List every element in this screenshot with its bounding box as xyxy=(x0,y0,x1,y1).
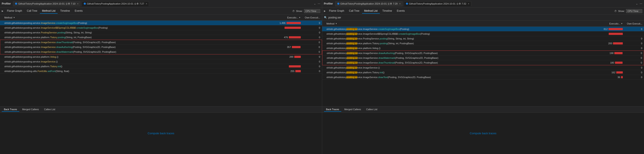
bottom-tab-back-traces[interactable]: Back Traces xyxy=(2,107,19,112)
toolbar-tab-events[interactable]: Events xyxy=(72,9,85,14)
menu-icon[interactable]: ⋯ xyxy=(640,2,642,5)
expand-icon[interactable]: ▶ xyxy=(324,10,326,12)
method-name: olrlobt.githubtistoryposting.service.Ima… xyxy=(4,22,279,24)
own-cell: 0 xyxy=(300,46,320,48)
exec-cell: 289 xyxy=(279,56,301,58)
titlebar-icons: ⌄⋯ xyxy=(636,2,642,5)
titlebar: Profiler🔵GithubTistoryPostingApplication… xyxy=(322,0,644,8)
params: () xyxy=(56,60,58,63)
own-cell: 0 xyxy=(623,28,642,30)
compute-back-traces-button[interactable]: Compute back traces xyxy=(0,113,322,154)
table-row[interactable]: olrlobt.githubtistoryposting.service.pla… xyxy=(322,70,644,75)
panel-0: Profiler🔵GithubTistoryPostingApplication… xyxy=(0,0,322,154)
exec-column-header[interactable]: Executio...▼ xyxy=(279,16,301,19)
method-name: olrlobt.githubtistoryposting.service.pla… xyxy=(4,65,279,68)
table-row[interactable]: olrlobt.githubtistoryposting.service.Ima… xyxy=(322,60,644,65)
search-input[interactable] xyxy=(328,16,372,19)
table-row[interactable]: olrlobt.githubtistoryposting.service.pla… xyxy=(0,35,322,40)
toolbar-tab-call-tree[interactable]: Call Tree xyxy=(25,9,40,14)
table-header: Method▼Executio...▼Own Executi... xyxy=(322,21,644,27)
title-tab-1[interactable]: 🔵GithubTistoryPostingApplication 2024-10… xyxy=(404,1,471,6)
menu-icon[interactable]: ⋯ xyxy=(318,2,320,5)
table-row[interactable]: olrlobt.githubtistoryposting.service.Ima… xyxy=(0,59,322,64)
compute-back-traces-button[interactable]: Compute back traces xyxy=(322,113,644,154)
table-row[interactable]: olrlobt.githubtistoryposting.service.pla… xyxy=(0,54,322,59)
table-row[interactable]: olrlobt.githubtistoryposting.service.Pos… xyxy=(0,30,322,35)
toolbar-tab-call-tree[interactable]: Call Tree xyxy=(347,9,362,14)
toolbar-tab-timeline[interactable]: Timeline xyxy=(58,9,72,14)
table-row[interactable]: olrlobt.githubtistoryposting.service.Pos… xyxy=(322,36,644,41)
show-dropdown[interactable]: CPU Time xyxy=(626,9,642,13)
title-tab-0[interactable]: 🔵GithubTistoryPostingApplication 2024-10… xyxy=(13,1,80,6)
namespace: olrlobt.githubtistory xyxy=(327,52,347,54)
bottom-tab-callee-list[interactable]: Callee List xyxy=(364,107,380,112)
toolbar-tab-flame-graph[interactable]: Flame Graph xyxy=(5,9,24,14)
table-row[interactable]: olrlobt.githubtistoryposting.service.Ima… xyxy=(322,75,644,80)
toolbar-tab-method-list[interactable]: Method List xyxy=(362,9,380,14)
exec-column-header[interactable]: Executio...▼ xyxy=(601,22,623,25)
table-row[interactable]: olrlobt.githubtistoryposting.service.Ima… xyxy=(0,21,322,25)
table-row[interactable]: olrlobt.githubtistoryposting.service.Ima… xyxy=(0,49,322,54)
method-fn: .posting xyxy=(379,37,388,40)
show-label: Show: xyxy=(296,10,303,12)
highlight: posting.se xyxy=(346,37,357,40)
highlight: posting.se xyxy=(346,42,357,45)
own-cell: 0 xyxy=(301,70,320,72)
title-tab-0[interactable]: 🔵GithubTistoryPostingApplication 2024-10… xyxy=(335,1,402,6)
namespace: olrlobt.githubtistory xyxy=(326,47,346,49)
method-name: olrlobt.githubtistoryposting.utils.FontU… xyxy=(4,70,279,72)
show-dropdown[interactable]: CPU Time xyxy=(304,9,320,13)
method-column-header[interactable]: Method▼ xyxy=(4,16,279,19)
table-row[interactable]: olrlobt.githubtistoryposting.service.pla… xyxy=(322,46,644,51)
toolbar-tab-timeline[interactable]: Timeline xyxy=(380,9,394,14)
title-tab-1[interactable]: 🔵GithubTistoryPostingApplication 2024-10… xyxy=(82,1,149,6)
params: (Posting) xyxy=(420,33,430,35)
toolbar-tab-events[interactable]: Events xyxy=(395,9,407,14)
own-column-header[interactable]: Own Executi... xyxy=(301,16,320,19)
exec-bar xyxy=(295,70,301,72)
toolbar-tab-method-list[interactable]: Method List xyxy=(40,9,58,14)
own-cell: 0 xyxy=(623,76,642,79)
method-name: olrlobt.githubtistoryposting.service.Ima… xyxy=(4,51,279,53)
method-column-header[interactable]: Method▼ xyxy=(326,22,601,25)
chevron-down-icon[interactable]: ⌄ xyxy=(636,2,638,5)
table-row[interactable]: olrlobt.githubtistoryposting.service.Ima… xyxy=(322,32,644,36)
table-row[interactable]: olrlobt.githubtistoryposting.service.pla… xyxy=(322,41,644,46)
tab-close-button[interactable]: × xyxy=(399,3,400,5)
tab-close-button[interactable]: × xyxy=(146,3,147,5)
exec-number: 357 xyxy=(284,46,291,48)
methods-container: olrlobt.githubtistoryposting.service.Ima… xyxy=(0,21,322,106)
params: (Posting) xyxy=(98,27,108,29)
table-row[interactable]: olrlobt.githubtistoryposting.service.pla… xyxy=(0,64,322,69)
bottom-tab-callee-list[interactable]: Callee List xyxy=(42,107,58,112)
middle-ns: rvice.platform.Tistory xyxy=(357,71,379,74)
table-row[interactable]: olrlobt.githubtistoryposting.service.Ima… xyxy=(322,56,644,60)
file-icon: 🔵 xyxy=(15,3,17,5)
tab-close-button[interactable]: × xyxy=(77,3,78,5)
toolbar-tab-flame-graph[interactable]: Flame Graph xyxy=(327,9,346,14)
table-row[interactable]: olrlobt.githubtistoryposting.service.Ima… xyxy=(0,25,322,30)
table-row[interactable]: olrlobt.githubtistoryposting.service.Ima… xyxy=(0,45,322,49)
method-name: olrlobt.githubtistoryposting.service.Ima… xyxy=(327,57,601,59)
own-column-header[interactable]: Own Executi... xyxy=(623,22,642,25)
middle-ns: rvice.ImageService xyxy=(358,61,378,64)
table-row[interactable]: olrlobt.githubtistoryposting.utils.FontU… xyxy=(0,69,322,74)
table-row[interactable]: olrlobt.githubtistoryposting.service.Ima… xyxy=(0,40,322,45)
table-row[interactable]: olrlobt.githubtistoryposting.service.Ima… xyxy=(322,51,644,56)
own-col-label: Own Executi... xyxy=(305,16,320,19)
tab-label: GithubTistoryPostingApplication 2024-10-… xyxy=(409,2,466,6)
bottom-tab-merged-callees[interactable]: Merged Callees xyxy=(20,107,41,112)
method-name: olrlobt.githubtistoryposting.service.Ima… xyxy=(327,61,601,64)
own-cell: 0 xyxy=(301,60,320,63)
table-row[interactable]: olrlobt.githubtistoryposting.service.Ima… xyxy=(322,65,644,70)
namespace: olrlobt.githubtistory xyxy=(326,33,346,35)
bottom-tab-merged-callees[interactable]: Merged Callees xyxy=(342,107,363,112)
chevron-down-icon[interactable]: ⌄ xyxy=(314,2,316,5)
bottom-tab-back-traces[interactable]: Back Traces xyxy=(324,107,342,112)
expand-icon[interactable]: ▶ xyxy=(2,10,4,12)
exec-bar xyxy=(608,28,623,30)
table-row[interactable]: olrlobt.githubtistoryposting.service.Ima… xyxy=(322,27,644,32)
exec-col-label: Executio... xyxy=(609,22,620,25)
search-icon: 🔍 xyxy=(324,16,327,19)
tab-close-button[interactable]: × xyxy=(468,3,469,5)
